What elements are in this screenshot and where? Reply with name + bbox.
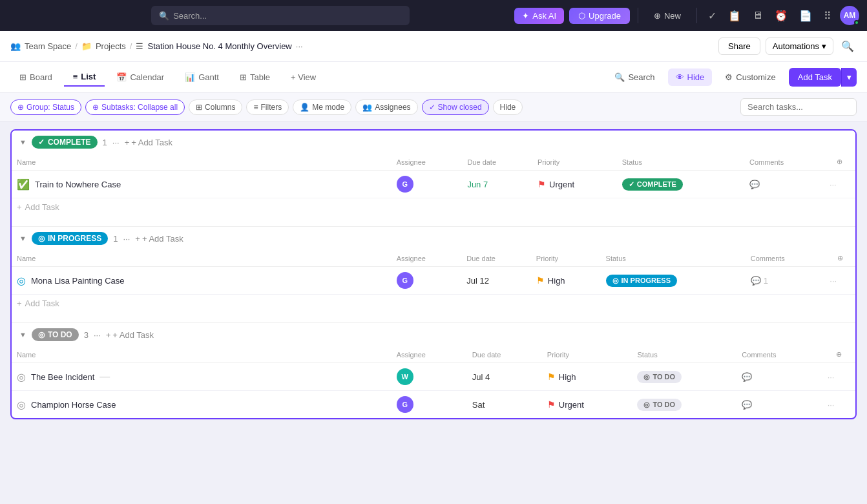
add-task-dropdown-button[interactable]: ▾ xyxy=(841,68,857,87)
task-dash-icon: — xyxy=(99,371,110,383)
filters-chip[interactable]: ≡ Filters xyxy=(246,100,289,115)
view-tabs-bar: ⊞ Board ≡ List 📅 Calendar 📊 Gantt ⊞ Tabl… xyxy=(0,62,867,93)
col-name-td: Name xyxy=(12,346,392,363)
table-icon: ⊞ xyxy=(240,72,247,82)
col-add-ip[interactable]: ⊕ xyxy=(824,250,855,267)
search-tasks-button[interactable]: 🔍 Search xyxy=(607,68,662,86)
subtasks-chip[interactable]: ⊕ Subtasks: Collapse all xyxy=(85,100,185,115)
breadcrumb-search-button[interactable]: 🔍 xyxy=(839,37,857,55)
alarm-icon-btn[interactable]: ⏰ xyxy=(771,6,791,25)
task-more-button[interactable]: ··· xyxy=(830,180,837,189)
search-tasks-icon: 🔍 xyxy=(614,72,625,82)
customize-icon: ⚙ xyxy=(725,72,733,82)
me-mode-chip[interactable]: 👤 Me mode xyxy=(293,100,351,115)
task-more-cell-td1[interactable]: ··· xyxy=(822,363,855,391)
task-name-label[interactable]: Train to Nowhere Case xyxy=(35,180,121,189)
ask-ai-button[interactable]: ✦ Ask AI xyxy=(514,8,564,24)
task-more-button-td2[interactable]: ··· xyxy=(828,400,835,410)
share-button[interactable]: Share xyxy=(718,37,760,55)
task-name-label-td1[interactable]: The Bee Incident xyxy=(31,372,94,382)
group-todo-add-task[interactable]: + + Add Task xyxy=(106,330,154,340)
task-name-cell-td1: ◎ The Bee Incident — xyxy=(12,363,392,391)
group-inprogress-chevron[interactable]: ▼ xyxy=(19,235,26,242)
task-comments-cell-td1: 💬 xyxy=(736,363,822,391)
priority-label-ip: High xyxy=(548,276,565,286)
task-duedate-cell-ip: Jul 12 xyxy=(461,267,531,295)
hide-button[interactable]: 👁 Hide xyxy=(668,68,713,86)
task-more-cell-ip[interactable]: ··· xyxy=(824,267,855,295)
customize-button[interactable]: ⚙ Customize xyxy=(717,68,783,86)
group-inprogress-add-task[interactable]: + + Add Task xyxy=(135,234,183,244)
col-assignee-ip: Assignee xyxy=(392,250,462,267)
add-task-plus-icon-2: + xyxy=(135,234,140,244)
col-comments-ip: Comments xyxy=(746,250,825,267)
group-status-chip[interactable]: ⊕ Group: Status xyxy=(10,100,81,115)
task-name-label-td2[interactable]: Champion Horse Case xyxy=(31,400,116,410)
group-complete-more[interactable]: ··· xyxy=(112,138,120,147)
status-progress-icon: ◎ xyxy=(612,277,619,285)
monitor-icon-btn[interactable]: 🖥 xyxy=(749,6,766,25)
project-list-icon: ☰ xyxy=(136,41,143,51)
show-closed-check-icon: ✓ xyxy=(429,103,435,112)
comment-icon-td2: 💬 xyxy=(742,400,752,410)
task-status-cell-ip: ◎ IN PROGRESS xyxy=(601,267,746,295)
complete-table-header: Name Assignee Due date Priority Status C… xyxy=(12,154,855,171)
task-more-button-td1[interactable]: ··· xyxy=(828,372,835,382)
check-circle-icon-btn[interactable]: ✓ xyxy=(705,6,720,25)
complete-task-table: Name Assignee Due date Priority Status C… xyxy=(12,154,855,216)
group-inprogress-more[interactable]: ··· xyxy=(123,234,130,244)
status-check-icon: ✓ xyxy=(629,180,634,189)
user-avatar[interactable]: AM xyxy=(840,6,859,25)
task-more-cell[interactable]: ··· xyxy=(824,171,855,198)
group-todo-more[interactable]: ··· xyxy=(94,330,101,340)
grid-icon-btn[interactable]: ⠿ xyxy=(820,6,835,25)
automations-chevron-icon: ▾ xyxy=(822,41,826,51)
add-icon: + xyxy=(17,202,22,212)
calendar-icon-btn[interactable]: 📋 xyxy=(725,6,744,25)
task-name-label-ip[interactable]: Mona Lisa Painting Case xyxy=(31,276,125,286)
breadcrumb-sep-1: / xyxy=(75,41,78,51)
tab-table[interactable]: ⊞ Table xyxy=(231,68,279,86)
add-task-inline-ip[interactable]: + Add Task xyxy=(17,299,850,308)
tab-calendar[interactable]: 📅 Calendar xyxy=(107,68,173,86)
tab-board[interactable]: ⊞ Board xyxy=(10,68,61,86)
add-task-inline-complete[interactable]: + Add Task xyxy=(17,202,850,212)
project-name[interactable]: Station House No. 4 Monthly Overview xyxy=(147,41,291,51)
hide-chip[interactable]: Hide xyxy=(493,100,523,115)
group-complete-chevron[interactable]: ▼ xyxy=(19,138,26,146)
task-comments-cell-td2: 💬 xyxy=(736,391,822,419)
col-add-td[interactable]: ⊕ xyxy=(822,346,855,363)
team-space-icon: 👥 xyxy=(10,41,21,51)
nav-divider-1 xyxy=(638,8,638,23)
col-add-complete[interactable]: ⊕ xyxy=(824,154,855,171)
upgrade-button[interactable]: ⬡ Upgrade xyxy=(569,8,630,24)
document-icon-btn[interactable]: 📄 xyxy=(796,6,815,25)
automations-button[interactable]: Automations ▾ xyxy=(766,37,833,55)
task-more-cell-td2[interactable]: ··· xyxy=(822,391,855,419)
task-more-button-ip[interactable]: ··· xyxy=(830,276,837,286)
tab-view-plus[interactable]: + View xyxy=(282,68,325,86)
projects-label[interactable]: Projects xyxy=(96,41,126,51)
task-assignee-cell-td2: G xyxy=(392,391,467,419)
search-bar[interactable]: 🔍 Search... xyxy=(151,6,410,25)
assignees-chip[interactable]: 👥 Assignees xyxy=(355,100,417,115)
status-pill-td1: ◎ TO DO xyxy=(637,371,682,383)
group-complete-add-task[interactable]: + + Add Task xyxy=(125,138,172,147)
team-space-label[interactable]: Team Space xyxy=(25,41,71,51)
due-date-label-ip: Jul 12 xyxy=(466,276,489,286)
search-tasks-input[interactable] xyxy=(740,98,857,116)
due-date-label-td1: Jul 4 xyxy=(472,372,490,382)
group-todo-chevron[interactable]: ▼ xyxy=(19,331,26,339)
breadcrumb-more-icon[interactable]: ··· xyxy=(296,41,303,51)
group-todo-header: ▼ ◎ TO DO 3 ··· + + Add Task xyxy=(12,323,855,346)
tab-actions: 🔍 Search 👁 Hide ⚙ Customize Add Task ▾ xyxy=(607,68,857,87)
columns-chip[interactable]: ⊞ Columns xyxy=(189,100,242,115)
show-closed-chip[interactable]: ✓ Show closed xyxy=(422,100,489,115)
status-pill-ip: ◎ IN PROGRESS xyxy=(606,275,677,287)
table-row: ◎ Mona Lisa Painting Case G Jul 12 xyxy=(12,267,855,295)
add-task-button[interactable]: Add Task xyxy=(789,68,841,87)
tab-list[interactable]: ≡ List xyxy=(64,68,105,87)
new-button[interactable]: ⊕ New xyxy=(646,8,689,24)
tab-gantt[interactable]: 📊 Gantt xyxy=(176,68,228,86)
col-duedate-td: Due date xyxy=(467,346,542,363)
